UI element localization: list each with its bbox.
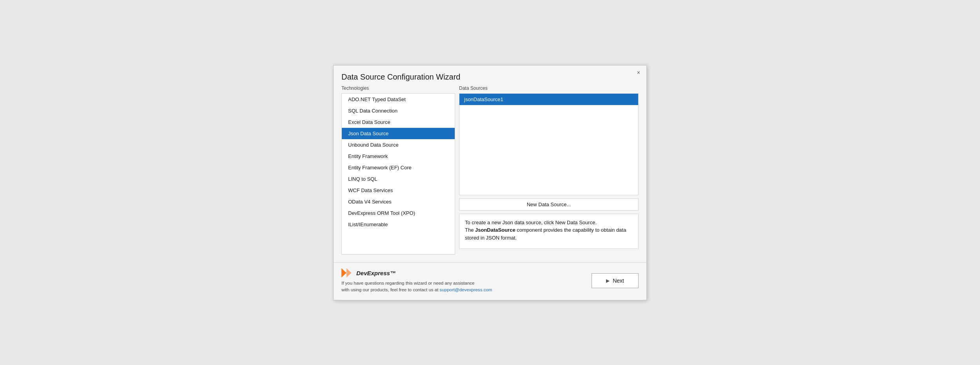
- main-columns: ADO.NET Typed DataSetSQL Data Connection…: [341, 93, 639, 255]
- tech-item-5[interactable]: Entity Framework: [342, 151, 455, 162]
- dialog-title: Data Source Configuration Wizard: [334, 65, 646, 85]
- devexpress-logo: DevExpress™: [341, 268, 492, 278]
- svg-marker-0: [341, 268, 347, 278]
- dialog-body: Technologies Data Sources ADO.NET Typed …: [334, 85, 646, 263]
- technologies-panel: ADO.NET Typed DataSetSQL Data Connection…: [341, 93, 455, 255]
- description-box: To create a new Json data source, click …: [459, 214, 639, 249]
- tech-item-6[interactable]: Entity Framework (EF) Core: [342, 162, 455, 173]
- tech-item-2[interactable]: Excel Data Source: [342, 116, 455, 128]
- footer-note-line2-prefix: with using our products, feel free to co…: [341, 287, 440, 292]
- tech-item-3[interactable]: Json Data Source: [342, 128, 455, 139]
- tech-item-9[interactable]: OData V4 Services: [342, 196, 455, 207]
- support-email-link[interactable]: support@devexpress.com: [440, 287, 492, 292]
- tech-item-4[interactable]: Unbound Data Source: [342, 139, 455, 151]
- tech-item-7[interactable]: LINQ to SQL: [342, 173, 455, 185]
- devexpress-logo-icon: [341, 268, 354, 278]
- column-labels: Technologies Data Sources: [341, 85, 639, 91]
- next-button-label: Next: [613, 278, 624, 284]
- wizard-dialog: × Data Source Configuration Wizard Techn…: [333, 65, 647, 300]
- next-button[interactable]: ▶ Next: [592, 273, 639, 288]
- footer-note: If you have questions regarding this wiz…: [341, 280, 492, 294]
- dialog-footer: DevExpress™ If you have questions regard…: [334, 262, 646, 300]
- svg-marker-1: [347, 268, 352, 278]
- desc-line1: To create a new Json data source, click …: [465, 219, 633, 227]
- brand-text: DevExpress™: [356, 270, 396, 276]
- technologies-label: Technologies: [341, 85, 455, 91]
- footer-note-line1: If you have questions regarding this wiz…: [341, 281, 474, 285]
- tech-item-8[interactable]: WCF Data Services: [342, 185, 455, 196]
- cursor-icon: ▶: [606, 278, 610, 283]
- tech-item-10[interactable]: DevExpress ORM Tool (XPO): [342, 207, 455, 219]
- close-button[interactable]: ×: [635, 69, 642, 76]
- datasources-label: Data Sources: [459, 85, 488, 91]
- footer-left: DevExpress™ If you have questions regard…: [341, 268, 492, 294]
- datasource-list: jsonDataSource1: [459, 93, 639, 195]
- tech-item-0[interactable]: ADO.NET Typed DataSet: [342, 94, 455, 105]
- right-panel: jsonDataSource1 New Data Source... To cr…: [459, 93, 639, 255]
- tech-item-1[interactable]: SQL Data Connection: [342, 105, 455, 116]
- desc-line2: The JsonDataSource component provides th…: [465, 226, 633, 242]
- tech-item-11[interactable]: IList/IEnumerable: [342, 219, 455, 230]
- ds-item-0[interactable]: jsonDataSource1: [459, 94, 638, 105]
- new-datasource-button[interactable]: New Data Source...: [459, 198, 639, 211]
